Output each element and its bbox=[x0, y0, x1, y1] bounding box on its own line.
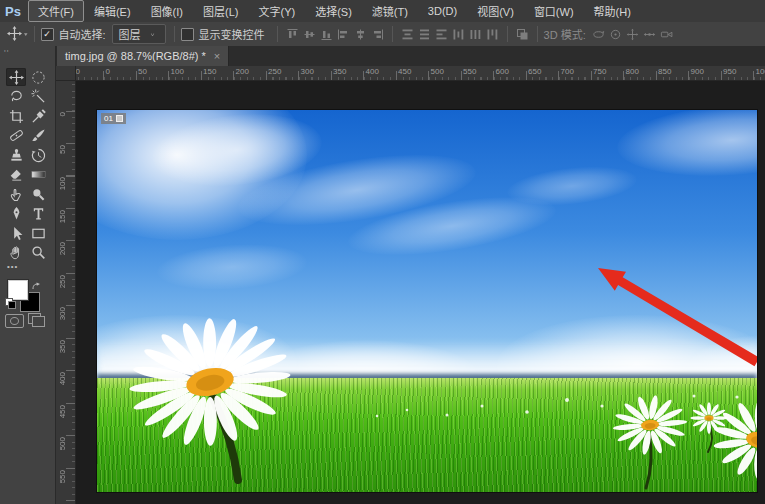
screen-mode-button[interactable] bbox=[28, 313, 44, 326]
default-colors-button[interactable] bbox=[5, 298, 16, 309]
align-top-edges-icon[interactable] bbox=[285, 27, 300, 42]
clone-stamp-tool[interactable] bbox=[6, 146, 26, 164]
tool-preset-picker[interactable]: ▾ bbox=[7, 26, 28, 43]
3d-drag-icon[interactable] bbox=[625, 27, 640, 42]
path-selection-tool[interactable] bbox=[6, 224, 26, 242]
lasso-tool[interactable] bbox=[6, 88, 26, 106]
small-flower bbox=[693, 395, 696, 398]
ruler-label: 0 bbox=[58, 112, 67, 116]
divider bbox=[392, 26, 393, 42]
menu-item[interactable]: 文字(Y) bbox=[248, 0, 305, 22]
canvas-pasteboard[interactable]: 01 bbox=[75, 80, 765, 504]
quick-selection-tool[interactable] bbox=[28, 88, 48, 106]
auto-select-checkbox[interactable]: ✓ bbox=[41, 28, 54, 41]
ruler-label: 600 bbox=[496, 67, 509, 76]
menu-item[interactable]: 帮助(H) bbox=[584, 0, 641, 22]
distribute-right-edges-icon[interactable] bbox=[485, 27, 500, 42]
small-flower bbox=[640, 399, 643, 402]
small-flower bbox=[525, 410, 529, 414]
small-flower bbox=[481, 405, 484, 408]
vertical-ruler[interactable]: 50050100150200250300350400450500550 bbox=[55, 80, 76, 504]
panel-grip[interactable]: '' bbox=[4, 48, 9, 58]
menu-item[interactable]: 编辑(E) bbox=[84, 0, 141, 22]
align-bottom-edges-icon[interactable] bbox=[319, 27, 334, 42]
menu-item[interactable]: 窗口(W) bbox=[524, 0, 584, 22]
auto-select-target-dropdown[interactable]: 图层 ˅ bbox=[112, 24, 166, 44]
smudge-tool[interactable] bbox=[6, 185, 26, 203]
small-flower bbox=[735, 395, 738, 398]
eraser-tool[interactable] bbox=[6, 166, 26, 184]
ruler-label: 200 bbox=[236, 67, 249, 76]
auto-select-label: 自动选择: bbox=[59, 26, 106, 42]
hand-tool[interactable] bbox=[6, 244, 26, 262]
menu-item[interactable]: 3D(D) bbox=[418, 2, 467, 20]
distribute-horizontal-centers-icon[interactable] bbox=[468, 27, 483, 42]
picture-icon bbox=[116, 115, 123, 122]
quick-mask-button[interactable] bbox=[5, 314, 24, 328]
align-horizontal-centers-icon[interactable] bbox=[353, 27, 368, 42]
menubar-items: 文件(F)编辑(E)图像(I)图层(L)文字(Y)选择(S)滤镜(T)3D(D)… bbox=[28, 0, 641, 22]
ruler-label: 700 bbox=[561, 67, 574, 76]
ruler-label: 550 bbox=[58, 470, 67, 483]
daisy-flower bbox=[706, 393, 757, 487]
zoom-tool[interactable] bbox=[28, 244, 48, 262]
ruler-label: 100 bbox=[171, 67, 184, 76]
brush-tool[interactable] bbox=[28, 127, 48, 145]
document-image[interactable]: 01 bbox=[97, 110, 757, 492]
distribute-bottom-edges-icon[interactable] bbox=[434, 27, 449, 42]
menu-item[interactable]: 图像(I) bbox=[141, 0, 193, 22]
photoshop-window: { "app": { "logo_text": "Ps" }, "menubar… bbox=[0, 0, 765, 504]
horizontal-ruler[interactable]: 5005010015020025030035040045050055060065… bbox=[55, 66, 765, 81]
auto-align-button[interactable] bbox=[514, 27, 531, 42]
align-left-edges-icon[interactable] bbox=[336, 27, 351, 42]
distribute-vertical-centers-icon[interactable] bbox=[417, 27, 432, 42]
foreground-color-swatch[interactable] bbox=[8, 280, 28, 300]
3d-roll-icon[interactable] bbox=[608, 27, 623, 42]
shape-tool[interactable] bbox=[28, 224, 48, 242]
ruler-label: 450 bbox=[58, 405, 67, 418]
divider bbox=[277, 26, 278, 42]
ruler-label: 250 bbox=[58, 275, 67, 288]
ruler-label: 850 bbox=[658, 67, 671, 76]
swap-colors-icon[interactable] bbox=[31, 277, 41, 287]
auto-align-layers-icon[interactable] bbox=[515, 27, 530, 42]
ruler-label: 500 bbox=[431, 67, 444, 76]
type-tool[interactable] bbox=[28, 205, 48, 223]
menu-item[interactable]: 滤镜(T) bbox=[362, 0, 418, 22]
align-vertical-centers-icon[interactable] bbox=[302, 27, 317, 42]
distribute-top-edges-icon[interactable] bbox=[400, 27, 415, 42]
3d-scale-icon[interactable] bbox=[659, 27, 674, 42]
distribute-left-edges-icon[interactable] bbox=[451, 27, 466, 42]
menu-item[interactable]: 图层(L) bbox=[193, 0, 248, 22]
ruler-major-ticks bbox=[66, 80, 75, 504]
history-brush-tool[interactable] bbox=[28, 146, 48, 164]
menu-item[interactable]: 文件(F) bbox=[28, 0, 84, 22]
dodge-tool[interactable] bbox=[28, 185, 48, 203]
spot-healing-tool[interactable] bbox=[6, 127, 26, 145]
align-right-edges-icon[interactable] bbox=[370, 27, 385, 42]
marquee-tool[interactable] bbox=[28, 68, 48, 86]
show-transform-checkbox[interactable] bbox=[181, 28, 194, 41]
3d-mode-buttons bbox=[590, 27, 675, 42]
ruler-label: 350 bbox=[333, 67, 346, 76]
move-tool[interactable] bbox=[6, 68, 26, 86]
pen-tool[interactable] bbox=[6, 205, 26, 223]
distribute-buttons bbox=[399, 27, 501, 42]
document-tab[interactable]: timg.jpg @ 88.7%(RGB/8#) * × bbox=[57, 46, 229, 66]
close-icon[interactable]: × bbox=[214, 51, 220, 62]
menu-item[interactable]: 视图(V) bbox=[467, 0, 524, 22]
edit-toolbar-button[interactable]: ••• bbox=[7, 262, 18, 271]
3d-slide-icon[interactable] bbox=[642, 27, 657, 42]
small-flower bbox=[565, 398, 569, 402]
3d-mode-label: 3D 模式: bbox=[544, 26, 586, 42]
crop-tool[interactable] bbox=[6, 107, 26, 125]
ruler-label: 0 bbox=[106, 67, 110, 76]
3d-rotate-icon[interactable] bbox=[591, 27, 606, 42]
badge-text: 01 bbox=[104, 114, 113, 124]
menu-item[interactable]: 选择(S) bbox=[305, 0, 362, 22]
ruler-label: 650 bbox=[528, 67, 541, 76]
eyedropper-tool[interactable] bbox=[28, 107, 48, 125]
dropdown-value: 图层 bbox=[119, 26, 141, 42]
document-tab-bar: timg.jpg @ 88.7%(RGB/8#) * × bbox=[55, 46, 765, 66]
gradient-tool[interactable] bbox=[28, 166, 48, 184]
